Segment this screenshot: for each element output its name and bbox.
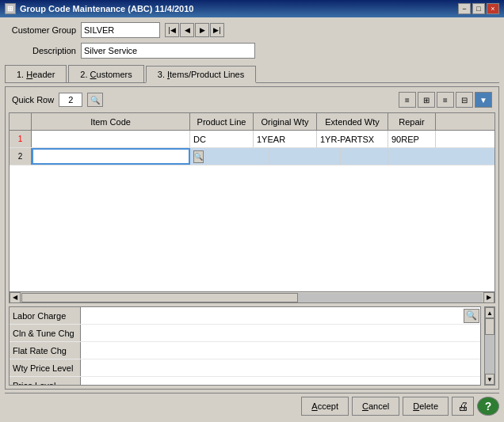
nav-prev-button[interactable]: ◀	[180, 23, 194, 37]
tab-header[interactable]: 1. Header	[5, 65, 67, 82]
labor-charge-label: Labor Charge	[10, 307, 81, 324]
list-item[interactable]: Labor Charge 🔍	[10, 307, 480, 325]
wty-price-value[interactable]	[81, 359, 480, 376]
tabs-container: 1. Header 2. Customers 3. Items/Product …	[5, 65, 499, 83]
cln-tune-label: Cln & Tune Chg	[10, 325, 81, 341]
row-num-1: 1	[10, 131, 32, 147]
labor-charge-search[interactable]: 🔍	[464, 309, 479, 323]
window-title: Group Code Maintenance (ABC) 11/4/2010	[20, 4, 193, 13]
quick-row-input[interactable]	[59, 93, 82, 107]
window-body: Customer Group |◀ ◀ ▶ ▶| Description 1. …	[0, 17, 504, 422]
table-row[interactable]: 1 DC 1YEAR 1YR-PARTSX 90REP	[10, 131, 494, 148]
cell-repair-2[interactable]	[341, 148, 388, 165]
customer-group-label: Customer Group	[5, 25, 76, 35]
scroll-left-arrow[interactable]: ◀	[10, 292, 21, 303]
v-scroll-track[interactable]	[485, 318, 494, 374]
scroll-right-arrow[interactable]: ▶	[483, 292, 494, 303]
cell-product-line-1[interactable]: DC	[190, 131, 254, 147]
customer-group-row: Customer Group |◀ ◀ ▶ ▶|	[5, 22, 499, 38]
delete-button[interactable]: Delete	[403, 397, 449, 416]
accept-button[interactable]: Accept	[301, 397, 349, 416]
cell-item-code-1[interactable]	[32, 131, 190, 147]
nav-last-button[interactable]: ▶|	[210, 23, 224, 37]
flat-rate-label: Flat Rate Chg	[10, 342, 81, 359]
grid-body: 1 DC 1YEAR 1YR-PARTSX 90REP 2 🔍	[10, 131, 494, 291]
window-controls: − □ ×	[458, 3, 499, 14]
nav-next-button[interactable]: ▶	[195, 23, 209, 37]
wty-price-label: Wty Price Level	[10, 359, 81, 376]
delete-label: Delete	[413, 401, 438, 411]
flat-rate-value[interactable]	[81, 342, 480, 359]
list-item[interactable]: Wty Price Level	[10, 359, 480, 377]
list-item[interactable]: Price Level	[10, 377, 480, 386]
cell-product-line-2[interactable]: 🔍	[190, 148, 206, 165]
description-row: Description	[5, 43, 499, 59]
content-area: Quick Row 🔍 ≡ ⊞ ≡ ⊟ ▼ Item Code Product …	[5, 86, 499, 390]
help-icon: ?	[485, 400, 492, 412]
scroll-thumb[interactable]	[21, 293, 298, 302]
description-label: Description	[5, 46, 76, 55]
list-item[interactable]: Cln & Tune Chg	[10, 325, 480, 342]
tab-items-label: 3. Items/Product Lines	[158, 70, 244, 79]
toolbar-btn-2[interactable]: ⊞	[418, 92, 435, 108]
tab-items[interactable]: 3. Items/Product Lines	[146, 66, 256, 83]
print-button[interactable]: 🖨	[452, 397, 474, 416]
row-num-2: 2	[10, 148, 32, 165]
toolbar-btn-1[interactable]: ≡	[399, 92, 416, 108]
cancel-button[interactable]: Cancel	[352, 397, 399, 416]
col-header-product-line: Product Line	[190, 113, 254, 130]
cell-original-wty-1[interactable]: 1YEAR	[254, 131, 317, 147]
close-button[interactable]: ×	[487, 3, 499, 14]
quick-row-search-button[interactable]: 🔍	[87, 93, 103, 107]
scroll-up-arrow[interactable]: ▲	[485, 307, 494, 318]
price-level-value[interactable]	[81, 377, 480, 386]
cell-item-code-2[interactable]	[32, 148, 190, 165]
horizontal-scrollbar[interactable]: ◀ ▶	[10, 291, 494, 302]
lower-panel: Labor Charge 🔍 Cln & Tune Chg Flat Rate …	[9, 306, 495, 386]
scroll-track[interactable]	[21, 293, 483, 302]
toolbar-btn-4[interactable]: ⊟	[456, 92, 473, 108]
lower-fields: Labor Charge 🔍 Cln & Tune Chg Flat Rate …	[9, 306, 481, 386]
tab-header-label: 1. Header	[17, 70, 55, 79]
cell-search-btn[interactable]: 🔍	[193, 150, 204, 163]
table-row[interactable]: 2 🔍	[10, 148, 494, 165]
description-input[interactable]	[81, 43, 255, 59]
col-header-original-wty: Original Wty	[254, 113, 317, 130]
lower-panel-scrollbar[interactable]: ▲ ▼	[484, 306, 495, 386]
tab-customers[interactable]: 2. Customers	[68, 65, 143, 82]
cell-extended-wty-2[interactable]	[269, 148, 341, 165]
toolbar-right: ≡ ⊞ ≡ ⊟ ▼	[399, 92, 492, 108]
customer-group-input[interactable]	[81, 22, 160, 38]
cell-item-code-2-input[interactable]	[36, 152, 185, 162]
col-header-extended-wty: Extended Wty	[317, 113, 388, 130]
cancel-label: Cancel	[362, 401, 389, 411]
grid-row-num-header	[10, 113, 32, 130]
print-icon: 🖨	[457, 400, 468, 412]
minimize-button[interactable]: −	[458, 3, 471, 14]
scroll-down-arrow[interactable]: ▼	[485, 374, 494, 385]
col-header-repair: Repair	[388, 113, 436, 130]
cln-tune-value[interactable]	[81, 325, 480, 341]
cell-repair-1[interactable]: 90REP	[388, 131, 436, 147]
data-grid: Item Code Product Line Original Wty Exte…	[9, 112, 495, 303]
quick-row-label: Quick Row	[12, 95, 54, 105]
footer: Accept Cancel Delete 🖨 ?	[5, 393, 499, 417]
title-bar: ⊞ Group Code Maintenance (ABC) 11/4/2010…	[0, 0, 504, 17]
v-scroll-thumb[interactable]	[485, 318, 494, 335]
grid-header: Item Code Product Line Original Wty Exte…	[10, 113, 494, 131]
nav-controls: |◀ ◀ ▶ ▶|	[165, 23, 224, 37]
list-item[interactable]: Flat Rate Chg	[10, 342, 480, 359]
cell-extended-wty-1[interactable]: 1YR-PARTSX	[317, 131, 388, 147]
app-icon: ⊞	[5, 3, 16, 14]
maximize-button[interactable]: □	[472, 3, 485, 14]
toolbar-btn-3[interactable]: ≡	[437, 92, 454, 108]
labor-charge-value[interactable]	[81, 307, 463, 324]
toolbar-btn-5[interactable]: ▼	[475, 92, 492, 108]
quick-row-left: Quick Row 🔍	[12, 93, 103, 107]
nav-first-button[interactable]: |◀	[165, 23, 179, 37]
price-level-label: Price Level	[10, 377, 81, 386]
quick-row-bar: Quick Row 🔍 ≡ ⊞ ≡ ⊟ ▼	[9, 90, 495, 109]
accept-label: Accept	[311, 401, 338, 411]
help-button[interactable]: ?	[477, 397, 499, 416]
cell-original-wty-2[interactable]	[206, 148, 269, 165]
